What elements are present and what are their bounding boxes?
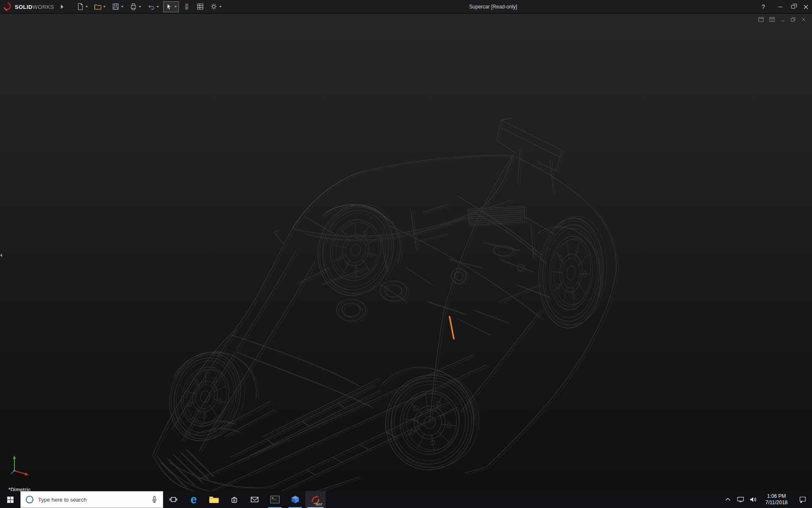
dropdown-caret-icon[interactable] [139, 6, 141, 8]
solidworks-logo: SOLIDWORKS [0, 2, 54, 11]
dropdown-caret-icon[interactable] [85, 6, 88, 8]
new-document-button[interactable] [74, 1, 90, 12]
restore-button[interactable] [787, 0, 799, 14]
dropdown-caret-icon[interactable] [219, 6, 222, 8]
save-icon [112, 3, 119, 10]
minimize-icon [778, 7, 782, 7]
dropdown-caret-icon[interactable] [156, 6, 159, 8]
toolbar-flyout-button[interactable] [58, 2, 66, 12]
start-button[interactable] [0, 491, 20, 508]
doc-minimize-icon[interactable] [780, 17, 785, 22]
selected-edge[interactable] [450, 317, 454, 339]
graphics-area[interactable]: *Dimetric [0, 14, 812, 491]
doc-window-icon-a[interactable] [758, 17, 764, 22]
collapse-arrow-icon [0, 254, 2, 257]
solidworks-taskbar-button[interactable]: 2017 [305, 491, 326, 508]
car-wheels[interactable] [159, 195, 611, 476]
edge-browser-button[interactable]: e [184, 491, 204, 508]
microphone-icon[interactable] [151, 496, 158, 503]
cortana-icon [25, 495, 34, 504]
close-button[interactable] [799, 0, 812, 14]
options-button[interactable] [208, 1, 224, 12]
rebuild-traffic-light-icon [183, 3, 190, 10]
edge-icon: e [190, 494, 197, 505]
volume-button[interactable] [747, 491, 760, 508]
open-button[interactable] [92, 1, 108, 12]
print-icon [130, 3, 137, 10]
view-orientation-label: *Dimetric [8, 487, 31, 491]
chevron-up-icon [725, 497, 731, 502]
file-explorer-button[interactable] [204, 491, 224, 508]
quick-access-toolbar [74, 1, 226, 12]
print-button[interactable] [128, 1, 143, 12]
search-input[interactable] [38, 497, 148, 503]
task-view-icon [169, 496, 178, 503]
store-bag-icon [230, 496, 238, 503]
minimize-button[interactable] [774, 0, 787, 14]
dropdown-caret-icon[interactable] [103, 6, 106, 8]
close-icon [804, 5, 808, 9]
doc-window-icon-b[interactable] [769, 17, 775, 22]
help-button[interactable]: ? [756, 0, 771, 14]
task-view-button[interactable] [163, 491, 184, 508]
tray-expand-button[interactable] [721, 491, 734, 508]
solidworks-version-badge: 2017 [315, 503, 322, 506]
document-window-controls [758, 17, 806, 22]
taskbar-search[interactable] [20, 491, 163, 508]
clock-time: 1:06 PM [767, 493, 786, 500]
windows-taskbar: e >_ [0, 491, 812, 508]
undo-icon [148, 3, 155, 10]
solidworks-application-window: SOLIDWORKS [0, 0, 812, 508]
store-button[interactable] [224, 491, 244, 508]
open-folder-icon [94, 3, 102, 10]
network-status-icon[interactable] [734, 491, 747, 508]
doc-restore-icon[interactable] [790, 17, 796, 22]
dropdown-caret-icon[interactable] [174, 6, 177, 8]
featuremanager-collapse-tab[interactable] [0, 250, 4, 261]
brand-solid: SOLID [15, 4, 33, 10]
command-prompt-icon: >_ [270, 496, 280, 503]
file-properties-button[interactable] [195, 1, 206, 12]
mail-button[interactable] [244, 491, 265, 508]
action-center-button[interactable] [793, 491, 812, 508]
doc-close-icon[interactable] [801, 17, 806, 22]
network-monitor-icon [737, 496, 744, 503]
title-bar: SOLIDWORKS [0, 0, 812, 14]
orientation-triad [9, 454, 31, 476]
command-prompt-button[interactable]: >_ [265, 491, 285, 508]
flyout-arrow-icon [61, 5, 63, 9]
windows-logo-icon [7, 496, 14, 503]
edrawings-button[interactable] [285, 491, 305, 508]
clock-date: 7/11/2018 [765, 500, 788, 506]
solidworks-logo-icon [3, 2, 13, 11]
file-properties-icon [197, 3, 204, 10]
save-button[interactable] [110, 1, 126, 12]
wireframe-car-model[interactable] [0, 14, 812, 491]
mail-envelope-icon [250, 496, 259, 503]
speaker-icon [749, 496, 757, 503]
rebuild-button[interactable] [181, 1, 192, 12]
new-document-icon [77, 3, 84, 10]
undo-button[interactable] [145, 1, 161, 12]
restore-icon [791, 5, 795, 8]
options-gear-icon [210, 3, 217, 10]
brand-works: WORKS [33, 4, 54, 10]
document-title: Supercar [Read-only] [469, 0, 517, 14]
select-tool-button[interactable] [163, 1, 179, 12]
action-center-icon [799, 496, 807, 503]
dropdown-caret-icon[interactable] [121, 6, 123, 8]
blue-cube-icon [291, 495, 300, 504]
taskbar-clock[interactable]: 1:06 PM 7/11/2018 [760, 491, 793, 508]
file-explorer-icon [209, 495, 219, 504]
window-controls: ? [756, 0, 812, 14]
select-cursor-icon [165, 3, 173, 10]
